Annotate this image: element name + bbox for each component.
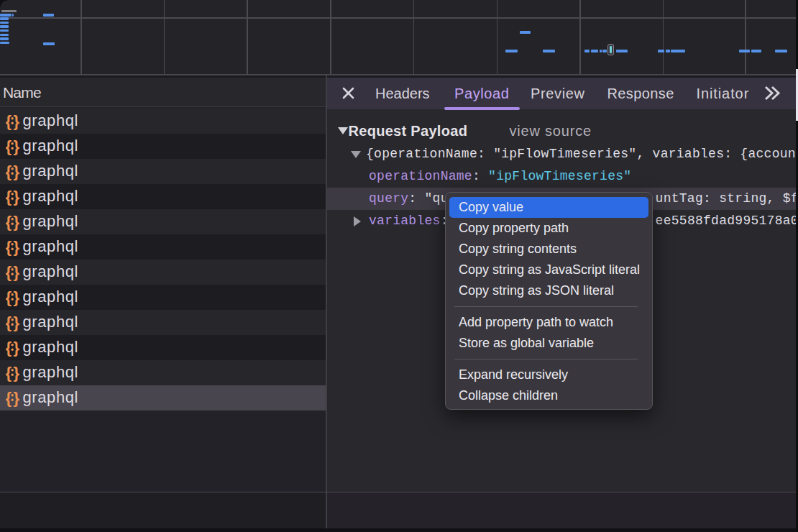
svg-text:{: { <box>6 188 12 206</box>
svg-text:{: { <box>6 339 12 357</box>
svg-text:}: } <box>13 364 19 382</box>
svg-text:}: } <box>13 188 19 206</box>
svg-text:}: } <box>13 288 19 306</box>
svg-text:{: { <box>6 364 12 382</box>
svg-text:{: { <box>6 389 12 407</box>
svg-text:{: { <box>6 238 12 256</box>
svg-text:{: { <box>6 313 12 331</box>
svg-text:}: } <box>13 213 19 231</box>
svg-text:}: } <box>13 137 19 155</box>
svg-text:}: } <box>13 389 19 407</box>
svg-text:}: } <box>13 162 19 180</box>
svg-text:{: { <box>6 263 12 281</box>
svg-text:{: { <box>6 162 12 180</box>
svg-text:{: { <box>6 137 12 155</box>
svg-text:{: { <box>6 288 12 306</box>
svg-text:}: } <box>13 238 19 256</box>
svg-text:{: { <box>6 112 12 130</box>
svg-text:{: { <box>6 213 12 231</box>
svg-text:}: } <box>13 339 19 357</box>
svg-text:}: } <box>13 112 19 130</box>
svg-text:}: } <box>13 313 19 331</box>
svg-text:}: } <box>13 263 19 281</box>
